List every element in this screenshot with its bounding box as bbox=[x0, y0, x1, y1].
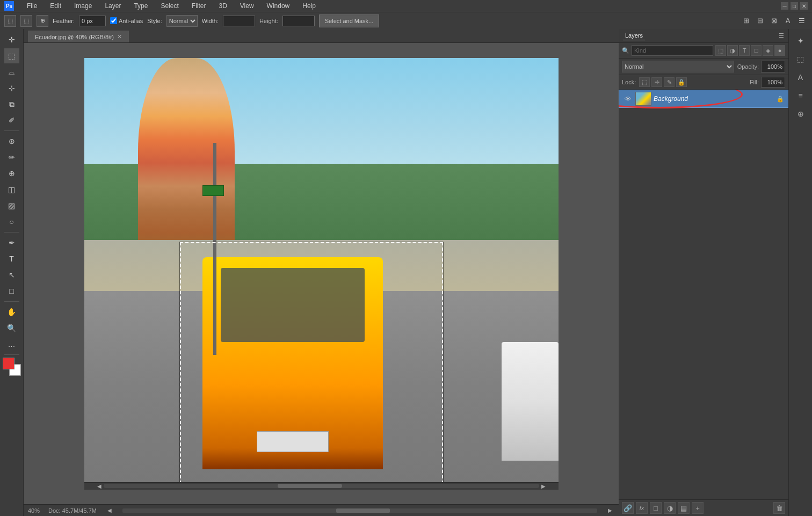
hand-tool[interactable]: ✋ bbox=[4, 304, 19, 319]
options-right-icon-5[interactable]: ☰ bbox=[796, 15, 808, 27]
minimize-button[interactable]: ─ bbox=[781, 2, 788, 10]
scroll-left-arrow[interactable]: ◀ bbox=[95, 483, 104, 489]
right-panel-icon-3[interactable]: A bbox=[793, 70, 808, 85]
canvas-scroll-h[interactable]: ◀ ▶ bbox=[84, 482, 559, 490]
eyedropper-tool[interactable]: ✐ bbox=[4, 113, 19, 128]
brush-tool[interactable]: ✏ bbox=[4, 150, 19, 165]
filter-shape-icon[interactable]: □ bbox=[751, 45, 762, 56]
zoom-tool[interactable]: 🔍 bbox=[4, 321, 19, 336]
right-panel-icon-1[interactable]: ✦ bbox=[793, 33, 808, 48]
add-mask-btn[interactable]: □ bbox=[650, 502, 662, 514]
layers-search-row: 🔍 ⬚ ◑ T □ ◈ ● bbox=[619, 43, 788, 59]
new-adjustment-btn[interactable]: ◑ bbox=[664, 502, 676, 514]
text-tool[interactable]: T bbox=[4, 251, 19, 266]
right-panel-icon-2[interactable]: ⬚ bbox=[793, 52, 808, 67]
canvas-area[interactable]: ◀ ▶ bbox=[24, 43, 619, 504]
marquee-rect-tool[interactable]: ⬚ bbox=[4, 48, 19, 63]
menu-layer[interactable]: Layer bbox=[103, 1, 123, 11]
blend-mode-select[interactable]: Normal bbox=[622, 61, 734, 72]
spot-heal-tool[interactable]: ⊛ bbox=[4, 134, 19, 149]
anti-alias-checkbox[interactable] bbox=[110, 17, 117, 24]
lock-position-btn[interactable]: ✎ bbox=[664, 77, 675, 87]
new-group-btn[interactable]: ▤ bbox=[678, 502, 690, 514]
filter-adjust-icon[interactable]: ◑ bbox=[727, 45, 738, 56]
menu-3d[interactable]: 3D bbox=[216, 1, 229, 11]
height-input[interactable] bbox=[282, 16, 315, 26]
width-input[interactable] bbox=[223, 16, 255, 26]
color-swatches[interactable] bbox=[3, 358, 21, 376]
canvas-image[interactable] bbox=[84, 58, 559, 482]
clone-tool[interactable]: ⊕ bbox=[4, 166, 19, 181]
new-layer-btn[interactable]: + bbox=[692, 502, 704, 514]
h-scroll-thumb[interactable] bbox=[278, 484, 342, 488]
options-tool-icon-3[interactable]: ⊕ bbox=[37, 15, 48, 27]
maximize-button[interactable]: □ bbox=[791, 2, 798, 10]
filter-smart-icon[interactable]: ◈ bbox=[763, 45, 773, 56]
options-right-icon-1[interactable]: ⊞ bbox=[740, 15, 752, 27]
tab-close-button[interactable]: ✕ bbox=[117, 33, 122, 40]
options-right-icon-4[interactable]: A bbox=[782, 15, 794, 27]
scroll-right-arrow[interactable]: ▶ bbox=[539, 483, 548, 489]
layer-visibility-toggle[interactable]: 👁 bbox=[622, 93, 633, 104]
status-scroll-track[interactable] bbox=[122, 508, 597, 513]
layers-lock-row: Lock: ⬚ ✛ ✎ 🔒 Fill: bbox=[619, 75, 788, 90]
quick-select-tool[interactable]: ⊹ bbox=[4, 81, 19, 96]
opacity-input[interactable] bbox=[761, 61, 785, 72]
fill-input[interactable] bbox=[761, 77, 785, 88]
opacity-label: Opacity: bbox=[737, 63, 759, 70]
extra-tool[interactable]: … bbox=[4, 337, 19, 352]
layers-search-input[interactable] bbox=[632, 45, 713, 56]
height-label: Height: bbox=[259, 18, 278, 24]
style-label: Style: bbox=[147, 18, 162, 24]
menu-window[interactable]: Window bbox=[265, 1, 292, 11]
layer-item-background[interactable]: 👁 Background 🔒 bbox=[619, 90, 788, 108]
crop-tool[interactable]: ⧉ bbox=[4, 97, 19, 112]
close-button[interactable]: ✕ bbox=[800, 2, 808, 10]
shape-tool[interactable]: □ bbox=[4, 284, 19, 299]
menu-image[interactable]: Image bbox=[72, 1, 94, 11]
delete-layer-btn[interactable]: 🗑 bbox=[773, 502, 785, 514]
layer-fx-btn[interactable]: fx bbox=[636, 502, 648, 514]
options-right-icon-2[interactable]: ⊟ bbox=[754, 15, 766, 27]
status-scroll-thumb[interactable] bbox=[336, 508, 390, 513]
menu-filter[interactable]: Filter bbox=[190, 1, 208, 11]
feather-input[interactable] bbox=[79, 16, 106, 26]
layers-blend-row: Normal Opacity: bbox=[619, 59, 788, 75]
lasso-tool[interactable]: ⌓ bbox=[4, 64, 19, 79]
link-layers-btn[interactable]: 🔗 bbox=[622, 502, 634, 514]
far-right-panel: ✦ ⬚ A ≡ ⊕ bbox=[788, 29, 812, 516]
right-panel-icon-5[interactable]: ⊕ bbox=[793, 106, 808, 121]
menu-edit[interactable]: Edit bbox=[48, 1, 63, 11]
status-left-arrow[interactable]: ◀ bbox=[105, 507, 114, 513]
menu-help[interactable]: Help bbox=[300, 1, 318, 11]
h-scroll-track[interactable] bbox=[104, 484, 539, 488]
tab-layers[interactable]: Layers bbox=[623, 31, 645, 40]
right-panel-icon-4[interactable]: ≡ bbox=[793, 88, 808, 103]
path-select-tool[interactable]: ↖ bbox=[4, 267, 19, 282]
lock-pixels-btn[interactable]: ✛ bbox=[651, 77, 662, 87]
select-mask-button[interactable]: Select and Mask... bbox=[319, 14, 380, 27]
options-right-icon-3[interactable]: ⊠ bbox=[768, 15, 780, 27]
menu-type[interactable]: Type bbox=[132, 1, 150, 11]
gradient-tool[interactable]: ▨ bbox=[4, 198, 19, 213]
doc-tabs: Ecuador.jpg @ 40% (RGB/8#) ✕ bbox=[24, 29, 619, 43]
options-tool-icon-2[interactable]: ⬚ bbox=[20, 15, 32, 27]
menu-select[interactable]: Select bbox=[158, 1, 180, 11]
filter-type-icon[interactable]: T bbox=[739, 45, 750, 56]
lock-transparent-btn[interactable]: ⬚ bbox=[639, 77, 650, 87]
filter-pixel-icon[interactable]: ⬚ bbox=[715, 45, 726, 56]
lock-all-btn[interactable]: 🔒 bbox=[676, 77, 687, 87]
eraser-tool[interactable]: ◫ bbox=[4, 182, 19, 197]
menu-view[interactable]: View bbox=[238, 1, 256, 11]
style-select[interactable]: Normal bbox=[166, 15, 198, 27]
channels-expand-icon[interactable]: ☰ bbox=[779, 32, 784, 39]
doc-tab-ecuador[interactable]: Ecuador.jpg @ 40% (RGB/8#) ✕ bbox=[28, 31, 129, 42]
foreground-color[interactable] bbox=[3, 358, 15, 369]
options-tool-icon-1[interactable]: ⬚ bbox=[4, 15, 16, 27]
dodge-tool[interactable]: ○ bbox=[4, 214, 19, 229]
menu-file[interactable]: File bbox=[25, 1, 39, 11]
pen-tool[interactable]: ✒ bbox=[4, 235, 19, 250]
status-right-arrow[interactable]: ▶ bbox=[606, 507, 614, 513]
move-tool[interactable]: ✛ bbox=[4, 32, 19, 47]
filter-toggle[interactable]: ● bbox=[774, 45, 785, 56]
